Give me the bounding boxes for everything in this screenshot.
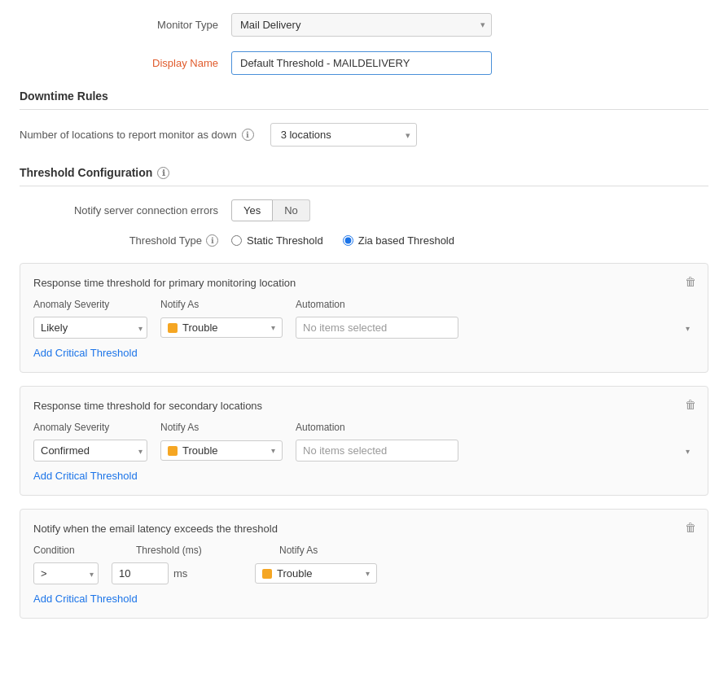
primary-card-delete-icon[interactable]: 🗑 — [685, 275, 696, 288]
primary-automation-wrapper: No items selected ▾ — [296, 317, 695, 339]
display-name-control — [231, 51, 492, 75]
secondary-automation-wrapper: No items selected ▾ — [296, 440, 695, 462]
secondary-anomaly-severity-header: Anomaly Severity — [33, 422, 147, 433]
primary-notify-chevron-icon: ▾ — [271, 323, 275, 332]
latency-notify-chevron-icon: ▾ — [366, 569, 370, 578]
secondary-severity-wrapper: Likely Confirmed ▾ — [33, 440, 147, 462]
secondary-card-header: Anomaly Severity Notify As Automation — [33, 422, 695, 433]
downtime-locations-label: Number of locations to report monitor as… — [20, 129, 254, 141]
primary-location-card: 🗑 Response time threshold for primary mo… — [20, 263, 708, 373]
downtime-info-icon: ℹ — [242, 129, 254, 141]
threshold-type-radio-group: Static Threshold Zia based Threshold — [231, 234, 454, 247]
locations-select[interactable]: 1 location 2 locations 3 locations 4 loc… — [270, 123, 417, 147]
primary-automation-header: Automation — [296, 299, 695, 310]
notify-errors-no-button[interactable]: No — [273, 199, 310, 221]
latency-card-delete-icon[interactable]: 🗑 — [685, 521, 696, 534]
primary-trouble-dot — [168, 323, 178, 333]
secondary-notify-label: Trouble — [182, 444, 218, 457]
latency-trouble-dot — [262, 569, 272, 579]
notify-errors-label: Notify server connection errors — [20, 204, 231, 217]
latency-notify-as-header: Notify As — [279, 545, 695, 556]
primary-card-title: Response time threshold for primary moni… — [33, 277, 695, 289]
secondary-automation-select[interactable]: No items selected — [296, 440, 458, 462]
downtime-rules-title: Downtime Rules — [20, 90, 708, 103]
monitor-type-label: Monitor Type — [20, 19, 231, 31]
display-name-label: Display Name — [20, 57, 231, 69]
notify-errors-row: Notify server connection errors Yes No — [20, 199, 708, 221]
downtime-rules-section: Downtime Rules Number of locations to re… — [20, 90, 708, 147]
latency-condition-select[interactable]: > >= < <= = — [33, 562, 99, 584]
latency-threshold-input-wrapper: ms — [112, 562, 242, 584]
secondary-card-data-row: Likely Confirmed ▾ Trouble ▾ No items se… — [33, 440, 695, 462]
secondary-trouble-dot — [168, 446, 178, 456]
monitor-type-control: Mail Delivery HTTP HTTPS ▾ — [231, 13, 492, 37]
threshold-type-label: Threshold Type ℹ — [20, 234, 231, 247]
static-threshold-option[interactable]: Static Threshold — [231, 234, 323, 247]
latency-condition-header: Condition — [33, 545, 123, 556]
latency-card-header: Condition Threshold (ms) Notify As — [33, 545, 695, 556]
latency-threshold-input[interactable] — [112, 562, 169, 584]
monitor-type-select[interactable]: Mail Delivery HTTP HTTPS — [231, 13, 492, 37]
secondary-notify-wrapper[interactable]: Trouble ▾ — [160, 440, 283, 461]
primary-automation-chevron-icon: ▾ — [686, 323, 690, 332]
latency-card-title: Notify when the email latency exceeds th… — [33, 523, 695, 535]
primary-notify-wrapper[interactable]: Trouble ▾ — [160, 317, 283, 338]
latency-notify-wrapper[interactable]: Trouble ▾ — [255, 563, 377, 584]
static-threshold-radio[interactable] — [231, 235, 242, 246]
secondary-card-delete-icon[interactable]: 🗑 — [685, 398, 696, 411]
latency-notify-label: Trouble — [277, 567, 313, 580]
secondary-automation-chevron-icon: ▾ — [686, 446, 690, 455]
latency-notify-badge[interactable]: Trouble ▾ — [255, 563, 377, 584]
downtime-locations-row: Number of locations to report monitor as… — [20, 123, 708, 147]
downtime-divider — [20, 109, 708, 110]
secondary-notify-badge[interactable]: Trouble ▾ — [160, 440, 283, 461]
threshold-config-title: Threshold Configuration ℹ — [20, 166, 708, 179]
monitor-type-row: Monitor Type Mail Delivery HTTP HTTPS ▾ — [20, 13, 708, 37]
secondary-severity-select[interactable]: Likely Confirmed — [33, 440, 147, 462]
primary-automation-select[interactable]: No items selected — [296, 317, 458, 339]
primary-add-threshold-link[interactable]: Add Critical Threshold — [33, 347, 138, 359]
latency-card-data-row: > >= < <= = ▾ ms Trouble ▾ — [33, 562, 695, 584]
threshold-type-info-icon: ℹ — [206, 234, 218, 247]
primary-severity-select[interactable]: Likely Confirmed — [33, 317, 147, 339]
display-name-row: Display Name — [20, 51, 708, 75]
threshold-divider — [20, 186, 708, 186]
latency-ms-label: ms — [173, 567, 187, 580]
latency-condition-wrapper: > >= < <= = ▾ — [33, 562, 99, 584]
zia-threshold-option[interactable]: Zia based Threshold — [343, 234, 454, 247]
latency-add-threshold-link[interactable]: Add Critical Threshold — [33, 593, 138, 605]
secondary-notify-as-header: Notify As — [160, 422, 283, 433]
primary-card-header: Anomaly Severity Notify As Automation — [33, 299, 695, 310]
secondary-notify-chevron-icon: ▾ — [271, 446, 275, 455]
display-name-input[interactable] — [231, 51, 492, 75]
notify-errors-yes-button[interactable]: Yes — [231, 199, 273, 221]
locations-select-wrapper: 1 location 2 locations 3 locations 4 loc… — [270, 123, 417, 147]
notify-errors-toggle-group: Yes No — [231, 199, 310, 221]
primary-notify-badge[interactable]: Trouble ▾ — [160, 317, 283, 338]
secondary-card-title: Response time threshold for secondary lo… — [33, 400, 695, 412]
primary-severity-wrapper: Likely Confirmed ▾ — [33, 317, 147, 339]
secondary-location-card: 🗑 Response time threshold for secondary … — [20, 386, 708, 496]
primary-card-data-row: Likely Confirmed ▾ Trouble ▾ No items se… — [33, 317, 695, 339]
primary-notify-label: Trouble — [182, 322, 218, 334]
secondary-add-threshold-link[interactable]: Add Critical Threshold — [33, 470, 138, 482]
monitor-type-select-wrapper: Mail Delivery HTTP HTTPS ▾ — [231, 13, 492, 37]
threshold-type-row: Threshold Type ℹ Static Threshold Zia ba… — [20, 234, 708, 247]
secondary-automation-header: Automation — [296, 422, 695, 433]
latency-card: 🗑 Notify when the email latency exceeds … — [20, 509, 708, 619]
threshold-config-section: Threshold Configuration ℹ Notify server … — [20, 166, 708, 619]
primary-notify-as-header: Notify As — [160, 299, 283, 310]
latency-threshold-header: Threshold (ms) — [136, 545, 266, 556]
zia-threshold-radio[interactable] — [343, 235, 353, 246]
primary-anomaly-severity-header: Anomaly Severity — [33, 299, 147, 310]
threshold-config-info-icon: ℹ — [157, 167, 169, 179]
